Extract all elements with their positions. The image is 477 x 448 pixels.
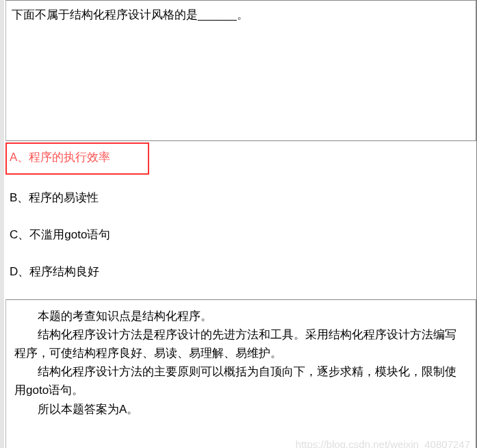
question-stem-text: 下面不属于结构化程序设计风格的是______。 xyxy=(12,8,248,21)
option-c-label: C、不滥用goto语句 xyxy=(10,228,110,241)
explanation-line-3: 结构化程序设计方法的主要原则可以概括为自顶向下，逐步求精，模块化，限制使用got… xyxy=(14,362,467,399)
explanation-line-1: 本题的考查知识点是结构化程序。 xyxy=(14,307,467,325)
question-container: 下面不属于结构化程序设计风格的是______。 A、程序的执行效率 B、程序的易… xyxy=(0,0,477,448)
explanation-line-2: 结构化程序设计方法是程序设计的先进方法和工具。采用结构化程序设计方法编写程序，可… xyxy=(14,325,467,362)
option-b-label: B、程序的易读性 xyxy=(10,191,99,204)
explanation-box: 本题的考查知识点是结构化程序。 结构化程序设计方法是程序设计的先进方法和工具。采… xyxy=(5,299,476,448)
question-stem-box: 下面不属于结构化程序设计风格的是______。 xyxy=(5,0,476,141)
explanation-line-4: 所以本题答案为A。 xyxy=(14,400,467,419)
option-a[interactable]: A、程序的执行效率 xyxy=(5,142,149,175)
option-a-label: A、程序的执行效率 xyxy=(10,151,110,164)
options-box: A、程序的执行效率 B、程序的易读性 C、不滥用goto语句 D、程序结构良好 xyxy=(5,142,476,299)
option-b[interactable]: B、程序的易读性 xyxy=(5,184,476,212)
option-d[interactable]: D、程序结构良好 xyxy=(5,258,476,286)
option-d-label: D、程序结构良好 xyxy=(10,265,99,278)
option-c[interactable]: C、不滥用goto语句 xyxy=(5,221,476,249)
